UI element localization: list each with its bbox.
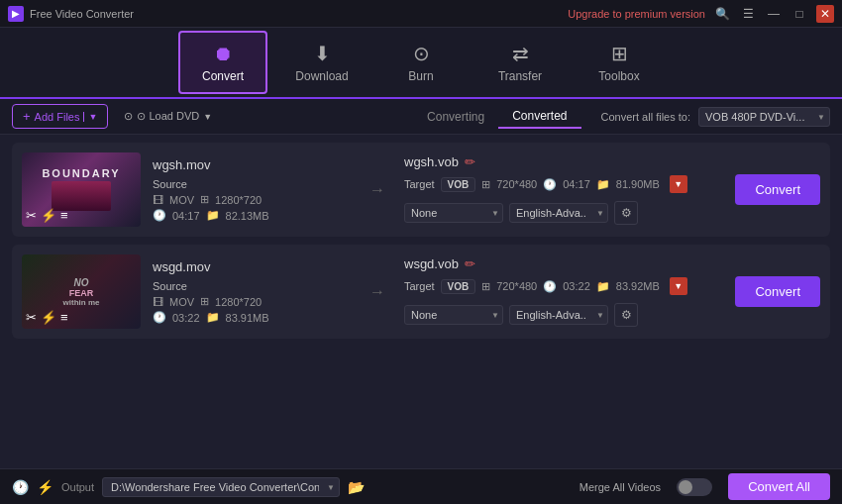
source-resolution-2: 1280*720 xyxy=(215,296,262,308)
thumbnail-1: BOUNDARY ✂ ⚡ ≡ xyxy=(22,152,141,227)
close-button[interactable]: ✕ xyxy=(816,5,834,23)
search-button[interactable]: 🔍 xyxy=(713,5,731,23)
source-file-icon-2: 📁 xyxy=(206,311,220,324)
edit-icon-2[interactable]: ✏ xyxy=(465,256,475,271)
burn-nav-label: Burn xyxy=(408,69,433,83)
convert-nav-icon: ⏺ xyxy=(213,43,233,65)
target-meta-1: Target VOB ⊞ 720*480 🕐 04:17 📁 81.90MB ▼ xyxy=(404,175,715,193)
list-icon[interactable]: ≡ xyxy=(60,208,68,223)
thumbnail-2: NO FEAR within me ✂ ⚡ ≡ xyxy=(22,254,141,329)
nav-item-transfer[interactable]: ⇄ Transfer xyxy=(475,31,565,94)
minimize-button[interactable]: — xyxy=(765,5,783,23)
upgrade-link[interactable]: Upgrade to premium version xyxy=(568,8,705,20)
target-clock-icon-2: 🕐 xyxy=(543,280,557,293)
source-meta-2: Source 🎞 MOV ⊞ 1280*720 🕐 03:22 📁 83.91M… xyxy=(153,280,351,324)
format-select[interactable]: VOB 480P DVD-Vi... xyxy=(698,107,830,127)
file-info-2: wsgd.mov Source 🎞 MOV ⊞ 1280*720 🕐 03:22… xyxy=(153,259,351,324)
target-size-1: 81.90MB xyxy=(616,178,660,190)
target-duration-2: 03:22 xyxy=(563,280,590,292)
output-path-wrapper xyxy=(102,477,340,497)
folder-icon[interactable]: 📂 xyxy=(348,479,365,495)
list-icon-2[interactable]: ≡ xyxy=(60,310,68,325)
scissors-icon-2[interactable]: ✂ xyxy=(26,310,37,325)
source-format-row-2: 🎞 MOV ⊞ 1280*720 xyxy=(153,295,351,308)
target-label-1: Target xyxy=(404,178,435,190)
nav-item-download[interactable]: ⬇ Download xyxy=(277,31,367,94)
settings-button-2[interactable]: ⚙ xyxy=(614,303,638,327)
arrow-right-1: → xyxy=(369,181,385,199)
source-label-row-2: Source xyxy=(153,280,351,292)
maximize-button[interactable]: □ xyxy=(790,5,808,23)
target-col-2: wsgd.vob ✏ Target VOB ⊞ 720*480 🕐 03:22 … xyxy=(404,256,715,327)
output-label: Output xyxy=(61,481,94,493)
lightning-icon[interactable]: ⚡ xyxy=(37,479,53,495)
burn-nav-icon: ⊙ xyxy=(413,42,430,65)
nav-item-toolbox[interactable]: ⊞ Toolbox xyxy=(575,31,664,94)
target-resolution-1: 720*480 xyxy=(496,178,537,190)
file-info-1: wgsh.mov Source 🎞 MOV ⊞ 1280*720 🕐 04:17… xyxy=(153,157,351,222)
nav-item-convert[interactable]: ⏺ Convert xyxy=(178,31,267,94)
thumb-icons-2: ✂ ⚡ ≡ xyxy=(26,310,68,325)
source-format-row-1: 🎞 MOV ⊞ 1280*720 xyxy=(153,193,351,206)
source-clock-icon-2: 🕐 xyxy=(153,311,166,324)
target-res-icon-2: ⊞ xyxy=(481,280,490,293)
arrow-col-1: → xyxy=(363,181,392,199)
target-clock-icon-1: 🕐 xyxy=(543,178,557,191)
audio-select-1[interactable]: English-Adva... xyxy=(509,203,608,223)
transfer-nav-label: Transfer xyxy=(498,69,542,83)
thumb-icons-1: ✂ ⚡ ≡ xyxy=(26,208,68,223)
effects-icon[interactable]: ⚡ xyxy=(41,208,56,223)
target-name-row-1: wgsh.vob ✏ xyxy=(404,154,715,169)
tab-converted[interactable]: Converted xyxy=(498,105,580,129)
target-size-2: 83.92MB xyxy=(616,280,660,292)
target-filename-1: wgsh.vob xyxy=(404,154,459,169)
target-filename-2: wsgd.vob xyxy=(404,256,459,271)
nav-toolbar: ⏺ Convert ⬇ Download ⊙ Burn ⇄ Transfer ⊞… xyxy=(0,28,842,99)
edit-icon-1[interactable]: ✏ xyxy=(465,154,475,169)
source-format-2: MOV xyxy=(169,296,194,308)
add-files-button[interactable]: + Add Files ▼ xyxy=(12,104,108,129)
source-filename-2: wsgd.mov xyxy=(153,259,351,274)
target-duration-1: 04:17 xyxy=(563,178,590,190)
load-dvd-button[interactable]: ⊙ ⊙ Load DVD ▼ xyxy=(116,106,220,127)
scissors-icon[interactable]: ✂ xyxy=(26,208,37,223)
load-dvd-dropdown-arrow: ▼ xyxy=(203,112,212,122)
merge-toggle[interactable] xyxy=(677,478,712,496)
file-item-2: NO FEAR within me ✂ ⚡ ≡ wsgd.mov Source … xyxy=(12,245,830,339)
nav-item-burn[interactable]: ⊙ Burn xyxy=(376,31,466,94)
convert-button-1[interactable]: Convert xyxy=(735,174,820,205)
clock-icon[interactable]: 🕐 xyxy=(12,479,29,495)
convert-button-2[interactable]: Convert xyxy=(735,276,820,307)
output-path-input[interactable] xyxy=(102,477,340,497)
load-dvd-label: ⊙ Load DVD xyxy=(137,110,199,123)
app-logo: ▶ xyxy=(8,6,24,22)
file-item-1: BOUNDARY ✂ ⚡ ≡ wgsh.mov Source 🎞 MOV ⊞ xyxy=(12,143,830,237)
tab-group: Converting Converted xyxy=(413,105,580,129)
audio-select-wrapper-1: English-Adva... xyxy=(509,203,608,223)
source-resolution-1: 1280*720 xyxy=(215,194,262,206)
convert-all-button[interactable]: Convert All xyxy=(728,473,830,500)
subtitle-select-1[interactable]: None xyxy=(404,203,503,223)
target-file-icon-2: 📁 xyxy=(596,280,610,293)
target-meta-2: Target VOB ⊞ 720*480 🕐 03:22 📁 83.92MB ▼ xyxy=(404,277,715,295)
toolbox-nav-icon: ⊞ xyxy=(611,42,628,65)
menu-button[interactable]: ☰ xyxy=(739,5,757,23)
target-options-2: None English-Adva... ⚙ xyxy=(404,303,715,327)
add-files-label: Add Files xyxy=(35,111,80,123)
source-duration-row-1: 🕐 04:17 📁 82.13MB xyxy=(153,209,351,222)
target-format-change-1[interactable]: ▼ xyxy=(670,175,687,193)
source-label-2: Source xyxy=(153,280,187,292)
audio-select-2[interactable]: English-Adva... xyxy=(509,305,608,325)
add-files-dropdown-arrow[interactable]: ▼ xyxy=(83,112,97,122)
settings-button-1[interactable]: ⚙ xyxy=(614,201,638,225)
subtitle-select-2[interactable]: None xyxy=(404,305,503,325)
merge-label: Merge All Videos xyxy=(579,481,661,493)
arrow-right-2: → xyxy=(369,283,385,301)
dvd-icon: ⊙ xyxy=(124,110,133,123)
tab-converting[interactable]: Converting xyxy=(413,105,498,129)
audio-select-wrapper-2: English-Adva... xyxy=(509,305,608,325)
effects-icon-2[interactable]: ⚡ xyxy=(41,310,56,325)
target-format-change-2[interactable]: ▼ xyxy=(670,277,687,295)
titlebar: ▶ Free Video Converter Upgrade to premiu… xyxy=(0,0,842,28)
subtitle-select-wrapper-1: None xyxy=(404,203,503,223)
